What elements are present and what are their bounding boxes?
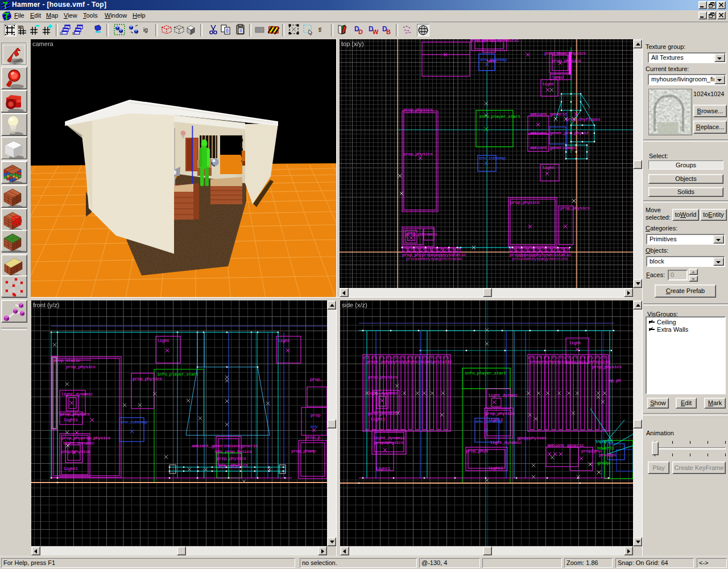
svg-text:env_prop_hysics: env_prop_hysics [215, 449, 252, 454]
svg-text:tl: tl [318, 27, 321, 33]
svg-text:light_dynamic: light_dynamic [61, 391, 93, 397]
svg-text:prop_physics: prop_physics [403, 151, 433, 156]
svg-text:prop_physics: prop_physics [403, 107, 433, 112]
svg-text:prop_: prop_ [310, 377, 322, 382]
svg-text:gpoppphysses: gpoppphysses [517, 435, 547, 440]
svg-text:prop_physics: prop_physics [552, 58, 581, 63]
svg-text:light_dynamic: light_dynamic [490, 440, 522, 445]
svg-text:bowkfli: bowkfli [597, 446, 615, 451]
svg-text:ambient_generiheientgeneric: ambient_generiheientgeneric [192, 443, 258, 448]
svg-text:prouuomkeyspagoncncacac: prouuomkeyspagoncncacac [406, 256, 463, 261]
svg-text:prop_physics: prop_physics [592, 364, 622, 369]
svg-text:light_dynami: light_dynami [488, 393, 518, 398]
svg-text:light: light [569, 340, 581, 345]
svg-text:s: s [72, 31, 75, 35]
svg-text:light1: light1 [370, 417, 386, 422]
svg-text:env_cubemap: env_cubemap [479, 155, 506, 160]
svg-text:light1: light1 [375, 466, 391, 471]
svg-text:prop_phys: prop_phys [466, 448, 488, 453]
svg-text:light: light [542, 81, 555, 86]
svg-text:info_player_start: info_player_start [157, 372, 198, 377]
svg-text:B: B [386, 28, 391, 35]
svg-text:light dynamic: light dynamic [366, 390, 399, 395]
svg-text:op_ph: op_ph [609, 378, 621, 383]
svg-text:prouuomkeyspagysecstcnc: prouuomkeyspagysecstcnc [512, 256, 569, 261]
svg-text:light: light [278, 338, 290, 343]
svg-text:light: light [542, 165, 555, 170]
svg-text:info_player_start: info_player_start [479, 114, 520, 119]
svg-text:light2: light2 [488, 465, 503, 471]
svg-text:light1: light1 [63, 417, 78, 422]
svg-text:prop_physics: prop_physics [66, 364, 96, 369]
svg-text:prop_physics: prop_physics [368, 411, 398, 416]
svg-text:ambient_generidamp1: ambient_generidamp1 [530, 145, 577, 150]
svg-text:D: D [358, 28, 363, 35]
svg-text:pro32pl: pro32pl [599, 452, 617, 457]
svg-text:W: W [373, 28, 379, 35]
svg-text:prop: prop [311, 413, 321, 418]
svg-text:light1: light1 [63, 466, 78, 471]
svg-text:propprpyhpyspicpyssiscs_pyhspi: propprpyhpyspicpyssiscs_pyhspicss [530, 359, 611, 364]
svg-text:prop_physics: prop_physics [485, 411, 515, 416]
svg-text:info_player_start: info_player_start [465, 370, 506, 376]
svg-text:light: light [157, 338, 169, 343]
svg-text:prop_physics: prop_physics [510, 200, 540, 205]
svg-text:prop_pdynamic: prop_pdynamic [406, 232, 438, 237]
svg-text:gro2p: gro2p [597, 460, 610, 465]
svg-text:prop_physics: prop_physics [368, 374, 398, 380]
svg-text:prop_phamp: prop_phamp [291, 448, 316, 453]
svg-text:env_cubemap: env_cubemap [475, 419, 503, 424]
svg-text:propr_pphppyhsdpyhycsiscnmiprs: propr_pphppyhsdpyhycsiscnmiprstatic [366, 359, 452, 364]
svg-text:env: env [311, 424, 318, 429]
svg-text:L: L [60, 31, 63, 35]
svg-text:prop_chyfispss: prop_chyfispss [566, 117, 601, 122]
svg-text:ig: ig [143, 27, 148, 33]
svg-text:ambient_gener_pro_physst: ambient_gener_pro_physst [530, 130, 589, 135]
svg-text:prop_p: prop_p [305, 435, 321, 440]
svg-text:prop2physics: prop2physics [374, 440, 404, 445]
svg-text:lnphpil: lnphpil [595, 439, 613, 444]
svg-text:lamp2: lamp2 [552, 75, 564, 80]
svg-text:light_dynamic: light_dynamic [373, 435, 406, 440]
svg-text:prop_phyprop_physics: prop_phyprop_physics [61, 435, 111, 440]
svg-text:prop_physics: prop_physics [133, 376, 162, 381]
